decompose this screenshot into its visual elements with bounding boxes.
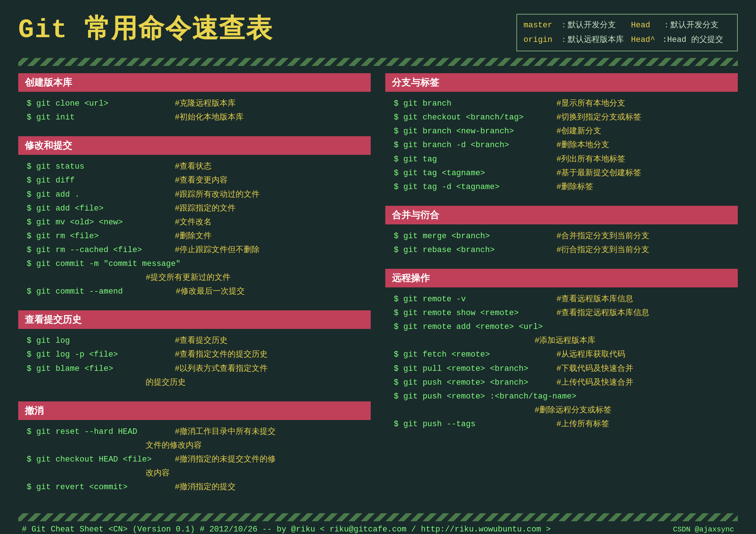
cmd-git-blame-cont: 的提交历史 (22, 377, 367, 389)
section-branch-tag-body: $ git branch #显示所有本地分支 $ git checkout <b… (385, 95, 738, 197)
cmd-git-remote-add-comment-text: #添加远程版本库 (389, 335, 595, 347)
cmd-git-commit-m-comment: #提交所有更新过的文件 (22, 272, 367, 284)
cmd-git-remote-add-text: $ git remote add <remote> <url> (389, 321, 543, 333)
cmd-git-push-tags-text: $ git push --tags (389, 418, 556, 431)
top-divider (18, 58, 738, 66)
cmd-git-add-file-comment: #跟踪指定的文件 (175, 203, 236, 215)
cmd-git-pull-text: $ git pull <remote> <branch> (389, 363, 556, 375)
cmd-git-reset-comment: #撤消工作目录中所有未提交 (175, 426, 276, 438)
cmd-git-rm-cached-comment: #停止跟踪文件但不删除 (175, 244, 260, 256)
cmd-git-revert-text: $ git revert <commit> (22, 481, 175, 494)
cmd-git-tag-text: $ git tag (389, 153, 556, 166)
cmd-git-branch: $ git branch #显示所有本地分支 (389, 98, 734, 110)
cmd-git-checkout-head: $ git checkout HEAD <file> #撤消指定的未提交文件的修 (22, 453, 367, 466)
page-title: Git 常用命令速查表 (18, 11, 273, 46)
section-modify-commit-title: 修改和提交 (18, 136, 371, 155)
cmd-git-status: $ git status #查看状态 (22, 161, 367, 173)
cmd-git-rm-text: $ git rm <file> (22, 230, 175, 243)
footer-divider (18, 513, 738, 521)
cmd-git-init-text: $ git init (22, 111, 175, 124)
legend-val-head: ：默认开发分支 (662, 18, 731, 33)
legend-key-head: Head (631, 21, 650, 30)
section-create-repo: 创建版本库 $ git clone <url> #克隆远程版本库 $ git i… (18, 73, 371, 127)
cmd-git-revert: $ git revert <commit> #撤消指定的提交 (22, 481, 367, 494)
legend-box: master ：默认开发分支 Head ：默认开发分支 origin ：默认远程… (516, 14, 738, 51)
cmd-git-rebase: $ git rebase <branch> #衍合指定分支到当前分支 (389, 244, 734, 256)
cmd-git-tag-d-comment: #删除标签 (556, 181, 593, 193)
cmd-git-checkout-head-cont: 改内容 (22, 467, 367, 480)
cmd-git-log: $ git log #查看提交历史 (22, 335, 367, 347)
footer-right: CSDN @ajaxsync (673, 525, 734, 534)
section-merge-rebase-title: 合并与衍合 (385, 206, 738, 224)
cmd-git-remote-v: $ git remote -v #查看远程版本库信息 (389, 293, 734, 306)
cmd-git-add-file-text: $ git add <file> (22, 203, 175, 215)
cmd-git-tag: $ git tag #列出所有本地标签 (389, 153, 734, 166)
cmd-git-rebase-comment: #衍合指定分支到当前分支 (556, 244, 649, 256)
cmd-git-tag-d: $ git tag -d <tagname> #删除标签 (389, 181, 734, 193)
section-modify-commit-body: $ git status #查看状态 $ git diff #查看变更内容 $ … (18, 158, 371, 302)
cmd-git-diff-comment: #查看变更内容 (175, 174, 228, 187)
main-content: 创建版本库 $ git clone <url> #克隆远程版本库 $ git i… (18, 73, 738, 506)
cmd-git-reset-cont-text: 文件的修改内容 (22, 440, 202, 452)
footer: # Git Cheat Sheet <CN> (Version 0.1) # 2… (18, 525, 738, 534)
cmd-git-commit-amend-comment: #修改最后一次提交 (176, 286, 244, 298)
cmd-git-log-text: $ git log (22, 335, 175, 347)
legend-key-master: master (524, 21, 552, 30)
cmd-git-push-delete-comment-text: #删除远程分支或标签 (389, 404, 611, 417)
cmd-git-clone-comment: #克隆远程版本库 (175, 98, 236, 110)
section-remote-body: $ git remote -v #查看远程版本库信息 $ git remote … (385, 291, 738, 434)
cmd-git-checkout-head-cont-text: 改内容 (22, 467, 170, 480)
cmd-git-checkout-branch: $ git checkout <branch/tag> #切换到指定分支或标签 (389, 111, 734, 124)
section-modify-commit: 修改和提交 $ git status #查看状态 $ git diff #查看变… (18, 136, 371, 302)
section-view-history-title: 查看提交历史 (18, 310, 371, 329)
cmd-git-remote-v-comment: #查看远程版本库信息 (556, 293, 633, 306)
section-merge-rebase-body: $ git merge <branch> #合并指定分支到当前分支 $ git … (385, 228, 738, 260)
cmd-git-remote-add: $ git remote add <remote> <url> (389, 321, 734, 333)
cmd-git-fetch: $ git fetch <remote> #从远程库获取代码 (389, 349, 734, 361)
footer-left: # Git Cheat Sheet <CN> (Version 0.1) # 2… (22, 525, 551, 534)
cmd-git-push-delete-comment: #删除远程分支或标签 (389, 404, 734, 417)
section-remote: 远程操作 $ git remote -v #查看远程版本库信息 $ git re… (385, 269, 738, 434)
cmd-git-branch-d-comment: #删除本地分支 (556, 139, 609, 152)
cmd-git-commit-m: $ git commit -m "commit message" (22, 258, 367, 270)
cmd-git-clone: $ git clone <url> #克隆远程版本库 (22, 98, 367, 110)
cmd-git-branch-d-text: $ git branch -d <branch> (389, 139, 556, 152)
cmd-git-push-delete-text: $ git push <remote> :<branch/tag-name> (389, 390, 576, 403)
cmd-git-blame-comment: #以列表方式查看指定文件 (175, 363, 268, 375)
cmd-git-push-tags-comment: #上传所有标签 (556, 418, 609, 431)
cmd-git-reset-text: $ git reset --hard HEAD (22, 426, 175, 438)
cmd-git-branch-d: $ git branch -d <branch> #删除本地分支 (389, 139, 734, 152)
cmd-git-branch-new-comment: #创建新分支 (556, 125, 601, 138)
cmd-git-blame: $ git blame <file> #以列表方式查看指定文件 (22, 363, 367, 375)
cmd-git-fetch-text: $ git fetch <remote> (389, 349, 556, 361)
legend-key-headcaret: Head^ (631, 35, 655, 44)
section-undo: 撤消 $ git reset --hard HEAD #撤消工作目录中所有未提交… (18, 401, 371, 497)
cmd-git-push-comment: #上传代码及快速合并 (556, 377, 633, 389)
legend-val-master: ：默认开发分支 (560, 18, 631, 33)
cmd-git-log-p: $ git log -p <file> #查看指定文件的提交历史 (22, 349, 367, 361)
page: Git 常用命令速查表 master ：默认开发分支 Head ：默认开发分支 … (0, 0, 756, 534)
cmd-git-push: $ git push <remote> <branch> #上传代码及快速合并 (389, 377, 734, 389)
cmd-git-push-tags: $ git push --tags #上传所有标签 (389, 418, 734, 431)
cmd-git-commit-m-comment-text: #提交所有更新过的文件 (22, 272, 231, 284)
cmd-git-tag-name-text: $ git tag <tagname> (389, 167, 556, 180)
cmd-git-commit-m-text: $ git commit -m "commit message" (22, 258, 181, 270)
cmd-git-checkout-branch-comment: #切换到指定分支或标签 (556, 111, 641, 124)
cmd-git-pull: $ git pull <remote> <branch> #下载代码及快速合并 (389, 363, 734, 375)
cmd-git-remote-show-comment: #查看指定远程版本库信息 (556, 307, 649, 319)
cmd-git-clone-text: $ git clone <url> (22, 98, 175, 110)
cmd-git-remote-v-text: $ git remote -v (389, 293, 556, 306)
cmd-git-checkout-branch-text: $ git checkout <branch/tag> (389, 111, 556, 124)
cmd-git-branch-comment: #显示所有本地分支 (556, 98, 625, 110)
section-create-repo-body: $ git clone <url> #克隆远程版本库 $ git init #初… (18, 95, 371, 127)
cmd-git-remote-show: $ git remote show <remote> #查看指定远程版本库信息 (389, 307, 734, 319)
cmd-git-init: $ git init #初始化本地版本库 (22, 111, 367, 124)
cmd-git-rm-cached: $ git rm --cached <file> #停止跟踪文件但不删除 (22, 244, 367, 256)
cmd-git-branch-text: $ git branch (389, 98, 556, 110)
cmd-git-log-comment: #查看提交历史 (175, 335, 228, 347)
cmd-git-rebase-text: $ git rebase <branch> (389, 244, 556, 256)
cmd-git-rm: $ git rm <file> #删除文件 (22, 230, 367, 243)
section-view-history-body: $ git log #查看提交历史 $ git log -p <file> #查… (18, 333, 371, 392)
cmd-git-fetch-comment: #从远程库获取代码 (556, 349, 625, 361)
cmd-git-diff: $ git diff #查看变更内容 (22, 174, 367, 187)
